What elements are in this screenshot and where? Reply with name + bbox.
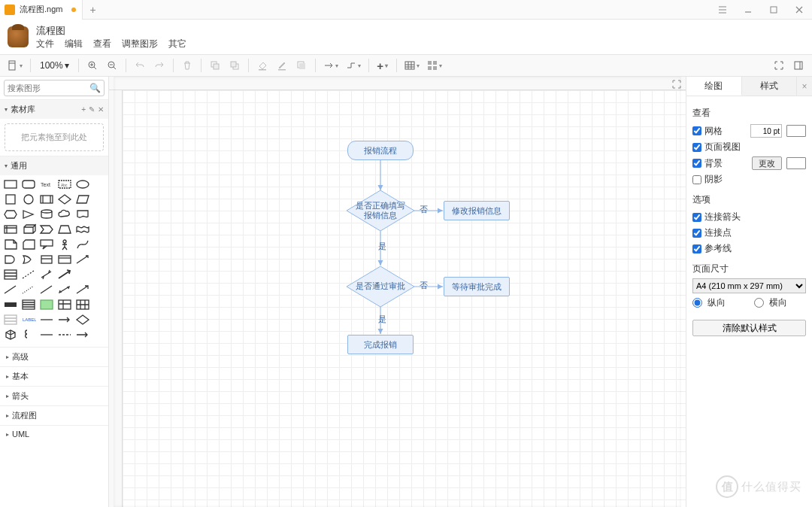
bg-color-swatch[interactable]	[786, 157, 806, 169]
cat-basic[interactable]: ▸基本	[0, 366, 108, 386]
general-section[interactable]: ▾通用	[0, 156, 108, 175]
shape-hexagon[interactable]	[3, 208, 18, 220]
connector-straight-button[interactable]: ▾	[320, 57, 341, 74]
chk-background[interactable]: 背景	[692, 157, 747, 170]
chk-conn-arrows[interactable]: 连接箭头	[692, 211, 806, 223]
edge-no-2[interactable]: 否	[419, 281, 429, 291]
clear-default-style-button[interactable]: 清除默认样式	[692, 320, 806, 336]
table-button[interactable]: ▾	[401, 57, 423, 74]
shape-internal-storage[interactable]	[3, 223, 18, 235]
shape-square[interactable]	[3, 193, 18, 205]
shape-cloud[interactable]	[57, 208, 72, 220]
to-front-button[interactable]	[206, 57, 224, 74]
shape-circle[interactable]	[21, 193, 36, 205]
shape-cube[interactable]	[21, 223, 36, 235]
edge-yes-1[interactable]: 是	[377, 241, 387, 252]
chk-conn-points[interactable]: 连接点	[692, 226, 806, 239]
shape-biarrow2[interactable]	[57, 284, 72, 296]
shape-trapezoid[interactable]	[57, 223, 72, 235]
chk-guides[interactable]: 参考线	[692, 242, 806, 255]
shape-arrowh[interactable]	[57, 314, 72, 326]
chk-grid[interactable]: 网格	[692, 125, 746, 138]
grid-size-input[interactable]	[750, 124, 782, 138]
line-color-button[interactable]	[273, 57, 291, 74]
shape-line3[interactable]	[39, 284, 54, 296]
delete-button[interactable]	[178, 57, 196, 74]
shape-biarrow[interactable]	[39, 269, 54, 281]
node-wait[interactable]: 等待审批完成	[444, 277, 510, 296]
shape-cylinder[interactable]	[39, 208, 54, 220]
shape-hdash[interactable]	[57, 329, 72, 341]
shape-triangle[interactable]	[21, 208, 36, 220]
shape-table[interactable]	[57, 299, 72, 311]
radio-portrait[interactable]: 纵向	[692, 296, 745, 309]
minimize-button[interactable]	[735, 0, 761, 20]
shape-arrow3[interactable]	[75, 284, 90, 296]
expand-icon[interactable]	[671, 78, 683, 90]
shape-diamond[interactable]	[57, 193, 72, 205]
connector-ortho-button[interactable]: ▾	[343, 57, 364, 74]
radio-landscape[interactable]: 横向	[754, 296, 807, 309]
shape-bracket[interactable]	[21, 329, 36, 341]
zoom-select[interactable]: 100%▾	[35, 60, 74, 71]
node-done[interactable]: 完成报销	[347, 335, 414, 354]
shape-or[interactable]	[21, 254, 36, 266]
shape-arrow-thick[interactable]	[57, 269, 72, 281]
shape-link[interactable]	[3, 299, 18, 311]
edge-yes-2[interactable]: 是	[377, 314, 387, 325]
cat-flowchart[interactable]: ▸流程图	[0, 405, 108, 425]
shape-diamond2[interactable]	[75, 314, 90, 326]
shape-hline[interactable]	[39, 314, 54, 326]
format-panel-button[interactable]	[789, 57, 807, 74]
fullscreen-button[interactable]	[770, 57, 788, 74]
shape-card[interactable]	[21, 238, 36, 250]
shape-and[interactable]	[3, 254, 18, 266]
shape-search-input[interactable]: 🔍	[4, 80, 105, 96]
panel-close-icon[interactable]: ×	[797, 77, 812, 96]
shape-parallelogram[interactable]	[75, 193, 90, 205]
shape-box3d[interactable]	[3, 329, 18, 341]
tab-style[interactable]: 样式	[742, 77, 798, 96]
shape-container[interactable]	[57, 254, 72, 266]
grid-view-button[interactable]: ▾	[424, 57, 445, 74]
canvas[interactable]: 报销流程 是否正确填写 报销信息 否 修改报销信息 是 是否通过审批	[109, 77, 686, 507]
chk-shadow[interactable]: 阴影	[692, 173, 806, 186]
shape-line[interactable]	[3, 284, 18, 296]
node-start[interactable]: 报销流程	[347, 141, 414, 160]
shape-curve[interactable]	[75, 238, 90, 250]
shape-tape[interactable]	[75, 223, 90, 235]
page-setup-button[interactable]: ▾	[5, 57, 26, 74]
shadow-button[interactable]	[292, 57, 311, 74]
shape-actor[interactable]	[57, 238, 72, 250]
drop-zone[interactable]: 把元素拖至到此处	[5, 123, 104, 151]
shape-dotline[interactable]	[21, 284, 36, 296]
menu-arrange[interactable]: 调整图形	[122, 38, 158, 49]
menu-edit[interactable]: 编辑	[65, 38, 83, 49]
node-modify[interactable]: 修改报销信息	[444, 201, 510, 220]
shape-process[interactable]	[39, 193, 54, 205]
cat-arrows[interactable]: ▸箭头	[0, 386, 108, 405]
insert-button[interactable]: +▾	[374, 57, 392, 74]
shape-line-dashed[interactable]	[21, 269, 36, 281]
menu-other[interactable]: 其它	[168, 38, 186, 49]
cat-advanced[interactable]: ▸高级	[0, 347, 108, 366]
shape-text[interactable]: Text	[39, 178, 54, 190]
redo-button[interactable]	[150, 57, 168, 74]
add-icon[interactable]: +	[81, 105, 86, 114]
shape-step[interactable]	[39, 223, 54, 235]
shape-note[interactable]	[3, 238, 18, 250]
shape-list[interactable]	[3, 269, 18, 281]
close-icon[interactable]: ✕	[98, 105, 104, 114]
edge-no-1[interactable]: 否	[419, 205, 429, 215]
shape-ellipse[interactable]	[75, 178, 90, 190]
grid-color-swatch[interactable]	[786, 125, 806, 137]
node-decision-approve[interactable]: 是否通过审批	[347, 266, 414, 307]
to-back-button[interactable]	[226, 57, 244, 74]
chk-page-view[interactable]: 页面视图	[692, 141, 806, 153]
menu-file[interactable]: 文件	[36, 38, 54, 49]
file-tab[interactable]: 流程图.ngm	[0, 0, 83, 20]
shape-grid4[interactable]	[3, 314, 18, 326]
shape-arrowline[interactable]	[75, 254, 90, 266]
shape-rect[interactable]	[3, 178, 18, 190]
shape-hline2[interactable]	[39, 329, 54, 341]
